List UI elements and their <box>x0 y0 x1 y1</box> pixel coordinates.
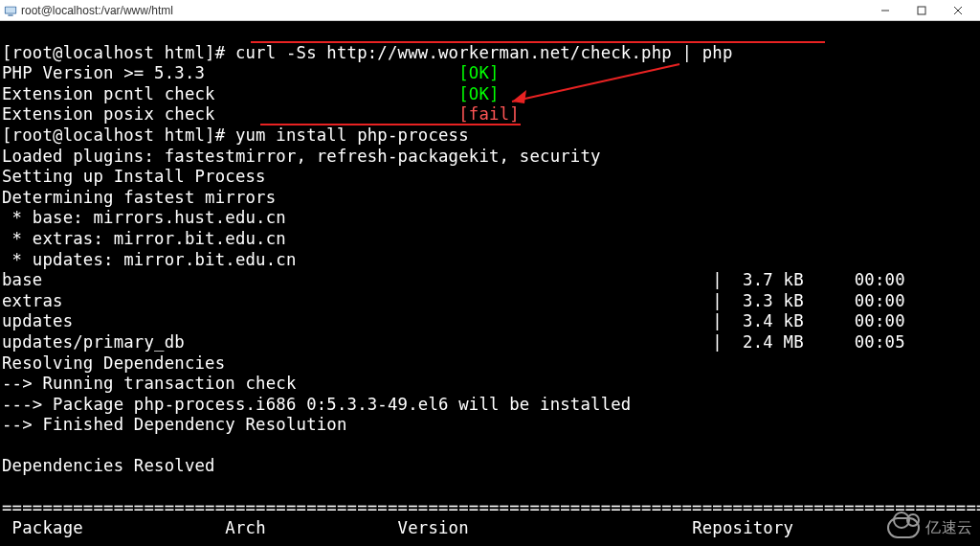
output-line: --> Running transaction check <box>2 374 297 393</box>
check-posix: Extension posix check <box>2 104 215 124</box>
terminal[interactable]: [root@localhost html]# curl -Ss http://w… <box>0 21 980 546</box>
output-line: Dependencies Resolved <box>2 456 215 475</box>
close-button[interactable] <box>940 1 976 20</box>
status-ok: [OK] <box>458 63 499 82</box>
svg-marker-8 <box>512 90 526 103</box>
command-yum: yum install php-process <box>235 125 469 145</box>
output-line: * base: mirrors.hust.edu.cn <box>2 208 286 227</box>
annotation-underline-curl <box>251 41 825 43</box>
window-titlebar: root@localhost:/var/www/html <box>0 0 980 21</box>
watermark-text: 亿速云 <box>925 517 972 538</box>
svg-line-7 <box>512 64 679 102</box>
output-line: * extras: mirror.bit.edu.cn <box>2 229 286 248</box>
output-line: Resolving Dependencies <box>2 353 225 373</box>
col-package: Package <box>12 518 83 537</box>
output-line: ---> Package php-process.i686 0:5.3.3-49… <box>2 395 631 414</box>
prompt: [root@localhost html]# <box>2 125 235 145</box>
divider: ========================================… <box>2 498 980 517</box>
divider: ========================================… <box>2 539 980 546</box>
watermark: 亿速云 <box>887 517 972 538</box>
putty-icon <box>4 4 17 17</box>
check-pcntl: Extension pcntl check <box>2 84 215 103</box>
output-line: Setting up Install Process <box>2 167 266 186</box>
output-line: Determining fastest mirrors <box>2 188 276 207</box>
output-line: --> Finished Dependency Resolution <box>2 415 347 434</box>
output-line: Loaded plugins: fastestmirror, refresh-p… <box>2 147 601 166</box>
col-version: Version <box>398 518 469 537</box>
svg-rect-2 <box>8 14 12 15</box>
minimize-button[interactable] <box>867 1 903 20</box>
prompt: [root@localhost html]# <box>2 43 235 62</box>
status-ok: [OK] <box>458 84 499 103</box>
window-controls <box>867 1 976 20</box>
repo-list: base | 3.7 kB 00:00 extras | 3.3 kB 00:0… <box>2 270 905 352</box>
col-arch: Arch <box>225 518 265 537</box>
annotation-arrow <box>498 59 689 112</box>
svg-rect-4 <box>918 7 925 14</box>
check-php-version: PHP Version >= 5.3.3 <box>2 63 205 82</box>
svg-rect-1 <box>6 7 16 12</box>
maximize-button[interactable] <box>903 1 940 20</box>
output-line: * updates: mirror.bit.edu.cn <box>2 250 297 269</box>
annotation-underline-yum <box>260 124 521 125</box>
col-repo: Repository <box>692 518 793 537</box>
cloud-icon <box>887 517 920 538</box>
window-title: root@localhost:/var/www/html <box>21 4 867 17</box>
